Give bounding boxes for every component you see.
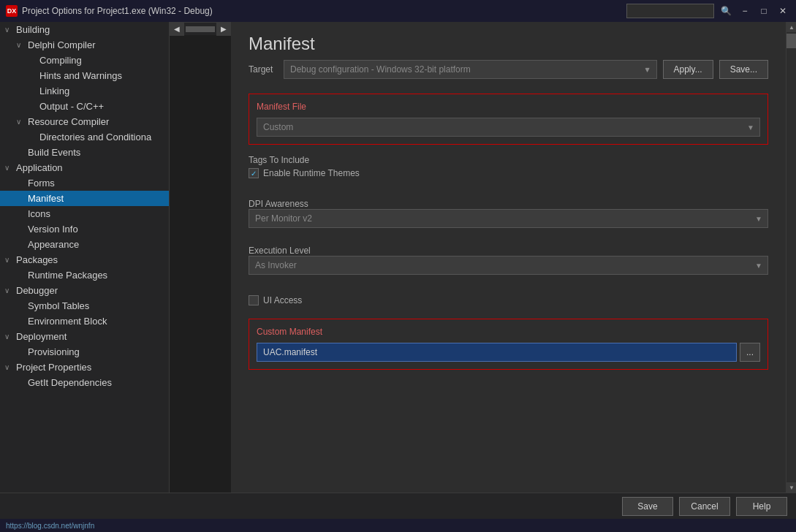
target-dropdown[interactable]: Debug configuration - Windows 32-bit pla… <box>284 60 657 79</box>
maximize-button[interactable]: □ <box>757 4 771 18</box>
sidebar-item-building[interactable]: ∨Building <box>0 22 169 37</box>
tree-arrow-icon: ∨ <box>4 363 16 371</box>
sidebar-item-output-cpp[interactable]: Output - C/C++ <box>0 99 169 114</box>
sidebar-item-appearance[interactable]: Appearance <box>0 237 169 252</box>
manifest-file-dropdown-wrap: Custom ▼ <box>257 118 760 137</box>
manifest-file-input[interactable]: UAC.manifest <box>257 343 737 362</box>
ui-access-label: UI Access <box>263 295 302 305</box>
sidebar-item-label: Environment Block <box>28 316 107 327</box>
title-bar: DX Project Options for Project1.exe (Win… <box>0 0 796 22</box>
sidebar-item-label: Hints and Warnings <box>39 70 122 81</box>
tree-arrow-icon: ∨ <box>4 26 16 34</box>
sidebar-item-packages[interactable]: ∨Packages <box>0 252 169 267</box>
sidebar-item-label: Build Events <box>28 147 80 158</box>
close-button[interactable]: ✕ <box>776 4 790 18</box>
sidebar-item-symbol-tables[interactable]: Symbol Tables <box>0 298 169 314</box>
sidebar-item-label: GetIt Dependencies <box>28 377 112 388</box>
panel-header: Manifest Target Debug configuration - Wi… <box>231 22 786 88</box>
sidebar-item-build-events[interactable]: Build Events <box>0 145 169 160</box>
sidebar-item-deployment[interactable]: ∨Deployment <box>0 329 169 344</box>
sidebar-item-label: Compiling <box>39 55 82 66</box>
execution-level-label: Execution Level <box>249 246 768 256</box>
scroll-up-arrow-icon[interactable]: ▲ <box>786 22 796 32</box>
target-dropdown-arrow-icon: ▼ <box>644 66 651 74</box>
manifest-browse-button[interactable]: ... <box>740 343 760 362</box>
bottom-cancel-button[interactable]: Cancel <box>679 497 730 516</box>
sidebar-item-compiling[interactable]: Compiling <box>0 53 169 68</box>
bottom-help-button[interactable]: Help <box>736 497 787 516</box>
dpi-dropdown[interactable]: Per Monitor v2 <box>249 209 768 228</box>
sidebar-item-runtime-packages[interactable]: Runtime Packages <box>0 267 169 283</box>
scroll-down-arrow-icon[interactable]: ▼ <box>786 482 796 493</box>
dpi-dropdown-arrow-icon: ▼ <box>755 215 762 223</box>
bottom-bar: Save Cancel Help <box>0 493 796 519</box>
custom-manifest-section: Custom Manifest UAC.manifest ... <box>249 319 768 370</box>
scroll-thumb-vertical[interactable] <box>786 34 796 48</box>
sidebar-item-label: Project Properties <box>16 362 91 373</box>
sidebar: ∨Building∨Delphi CompilerCompilingHints … <box>0 22 170 493</box>
sidebar-item-version-info[interactable]: Version Info <box>0 221 169 237</box>
sidebar-item-environment-block[interactable]: Environment Block <box>0 314 169 329</box>
tags-label: Tags To Include <box>249 155 768 165</box>
sidebar-item-forms[interactable]: Forms <box>0 175 169 191</box>
horizontal-scroll-thumb[interactable] <box>186 26 215 32</box>
manifest-file-dropdown[interactable]: Custom <box>257 118 760 137</box>
sidebar-item-label: Symbol Tables <box>28 300 89 311</box>
sidebar-horizontal-scrollbar: ◀ ▶ <box>170 22 231 35</box>
sidebar-item-resource-compiler[interactable]: ∨Resource Compiler <box>0 114 169 129</box>
scroll-left-button[interactable]: ◀ <box>170 23 184 36</box>
sidebar-item-label: Icons <box>28 208 50 219</box>
sidebar-item-debugger[interactable]: ∨Debugger <box>0 283 169 298</box>
dpi-dropdown-wrap: Per Monitor v2 ▼ <box>249 209 768 228</box>
sidebar-item-label: Directories and Conditiona <box>39 132 151 142</box>
execution-group: Execution Level As Invoker ▼ <box>249 246 768 275</box>
tree-arrow-icon: ∨ <box>4 332 16 341</box>
scroll-track-vertical <box>786 32 796 482</box>
search-icon[interactable]: 🔍 <box>719 4 733 18</box>
sidebar-item-label: Provisioning <box>28 346 80 357</box>
target-label: Target <box>249 64 278 75</box>
title-search-input[interactable] <box>626 4 714 18</box>
dpi-awareness-label: DPI Awareness <box>249 199 768 209</box>
sidebar-item-label: Deployment <box>16 331 67 342</box>
sidebar-item-label: Delphi Compiler <box>28 39 95 50</box>
sidebar-item-provisioning[interactable]: Provisioning <box>0 344 169 360</box>
manifest-file-section: Manifest File Custom ▼ <box>249 94 768 145</box>
sidebar-item-linking[interactable]: Linking <box>0 83 169 99</box>
tree-arrow-icon: ∨ <box>4 164 16 172</box>
sidebar-item-manifest[interactable]: Manifest <box>0 191 169 206</box>
manifest-input-row: UAC.manifest ... <box>257 343 760 362</box>
tree-arrow-icon: ∨ <box>16 41 28 49</box>
scroll-right-button[interactable]: ▶ <box>216 23 231 36</box>
sidebar-item-getit-dependencies[interactable]: GetIt Dependencies <box>0 375 169 390</box>
minimize-button[interactable]: − <box>738 4 752 18</box>
bottom-save-button[interactable]: Save <box>622 497 673 516</box>
ui-access-checkbox[interactable] <box>249 295 259 305</box>
save-dropdown-button[interactable]: Save... <box>719 60 768 79</box>
execution-dropdown-wrap: As Invoker ▼ <box>249 256 768 275</box>
enable-runtime-themes-checkbox[interactable] <box>249 168 259 178</box>
window-title: Project Options for Project1.exe (Win32 … <box>22 6 622 16</box>
sidebar-item-delphi-compiler[interactable]: ∨Delphi Compiler <box>0 37 169 53</box>
sidebar-item-hints-warnings[interactable]: Hints and Warnings <box>0 68 169 83</box>
sidebar-item-label: Appearance <box>28 239 79 250</box>
sidebar-item-directories-conditions[interactable]: Directories and Conditiona <box>0 129 169 145</box>
page-title: Manifest <box>249 34 768 54</box>
tags-group: Tags To Include Enable Runtime Themes <box>249 155 768 181</box>
enable-runtime-themes-row: Enable Runtime Themes <box>249 165 768 181</box>
right-panel: Manifest Target Debug configuration - Wi… <box>231 22 786 493</box>
url-text: https://blog.csdn.net/wnjnfn <box>6 522 94 530</box>
apply-button[interactable]: Apply... <box>663 60 713 79</box>
main-content: ∨Building∨Delphi CompilerCompilingHints … <box>0 22 796 493</box>
sidebar-item-project-properties[interactable]: ∨Project Properties <box>0 360 169 375</box>
sidebar-item-icons[interactable]: Icons <box>0 206 169 221</box>
app-logo: DX <box>6 5 18 17</box>
execution-dropdown[interactable]: As Invoker <box>249 256 768 275</box>
url-bar: https://blog.csdn.net/wnjnfn <box>0 519 796 532</box>
sidebar-item-label: Resource Compiler <box>28 116 109 127</box>
target-select-wrap: Debug configuration - Windows 32-bit pla… <box>284 60 657 79</box>
sidebar-item-label: Runtime Packages <box>28 270 107 281</box>
enable-runtime-themes-label: Enable Runtime Themes <box>263 168 360 178</box>
sidebar-item-application[interactable]: ∨Application <box>0 160 169 175</box>
panel-content: Manifest File Custom ▼ Tags To Include E… <box>231 88 786 493</box>
